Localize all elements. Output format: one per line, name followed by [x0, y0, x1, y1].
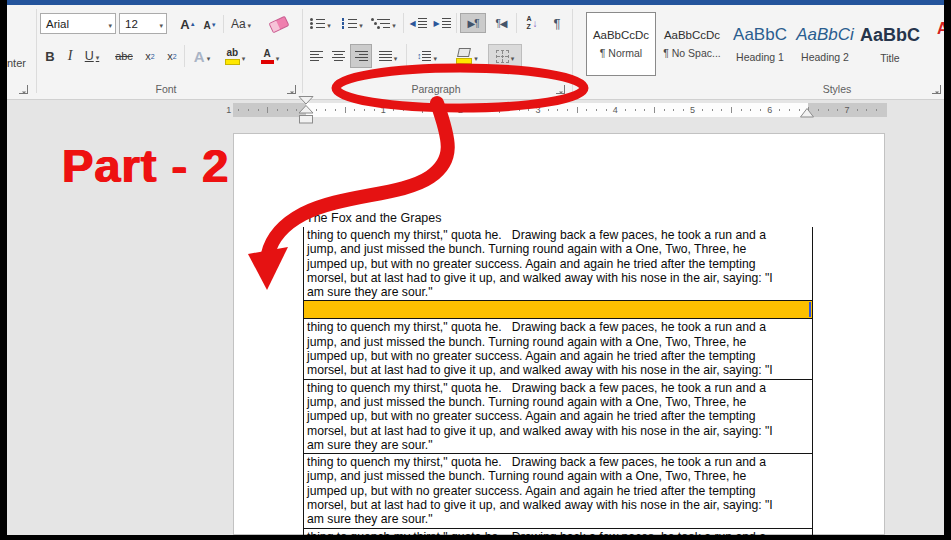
- ruler-tick: [586, 109, 587, 111]
- highlighter-icon: ab: [225, 48, 240, 65]
- font-dialog-launcher-icon[interactable]: [287, 85, 296, 94]
- down-arrow-icon: ▼: [211, 22, 217, 28]
- font-group-label: Font: [40, 83, 292, 95]
- align-center-button[interactable]: [328, 44, 348, 68]
- styles-dialog-launcher-icon[interactable]: [932, 85, 941, 94]
- ruler-tick: [857, 109, 858, 111]
- superscript-button[interactable]: x2: [162, 45, 182, 67]
- numbered-list-icon: [341, 17, 357, 30]
- chevron-down-icon[interactable]: [359, 14, 363, 32]
- bold-button[interactable]: B: [40, 45, 60, 67]
- strikethrough-button[interactable]: abc: [109, 45, 139, 67]
- chevron-down-icon[interactable]: [327, 14, 331, 32]
- highlighted-blank-line[interactable]: [304, 301, 812, 319]
- font-color-button[interactable]: A: [254, 45, 286, 67]
- bullets-button[interactable]: [305, 13, 335, 33]
- style-name: Heading 2: [801, 51, 849, 63]
- chevron-down-icon[interactable]: [474, 47, 478, 65]
- ruler-tick: [606, 109, 607, 111]
- indent-markers[interactable]: [296, 96, 320, 124]
- underline-button[interactable]: U: [79, 45, 105, 67]
- paragraph[interactable]: thing to quench my thirst," quota he. Dr…: [304, 227, 812, 301]
- first-line-indent-marker[interactable]: [299, 97, 313, 105]
- ruler-tick: [267, 107, 268, 113]
- style-preview: AaBbCi: [796, 25, 854, 45]
- ruler-tick: [741, 109, 742, 111]
- paragraph-dialog-launcher-icon[interactable]: [556, 85, 565, 94]
- font-size-combo[interactable]: 12: [119, 13, 167, 34]
- document-title[interactable]: The Fox and the Grapes: [306, 211, 442, 225]
- chevron-down-icon[interactable]: [392, 14, 396, 32]
- chevron-down-icon[interactable]: [433, 47, 437, 65]
- font-name-combo[interactable]: Arial: [40, 13, 116, 34]
- part-2-annotation: Part - 2: [62, 138, 229, 193]
- chevron-down-icon[interactable]: [394, 47, 398, 65]
- chevron-down-icon[interactable]: [276, 47, 280, 65]
- ruler-tick: [567, 109, 568, 111]
- styles-group-label: Styles: [777, 83, 897, 95]
- change-case-button[interactable]: Aa: [226, 15, 256, 33]
- clipboard-dialog-launcher-icon[interactable]: [19, 85, 28, 94]
- chevron-down-icon[interactable]: [96, 49, 100, 63]
- style-heading2[interactable]: AaBbCi Heading 2: [793, 12, 857, 76]
- ruler-tick: [789, 109, 790, 111]
- style-name: ¶ No Spac...: [663, 47, 721, 59]
- style-preview: AaBbCcDc: [664, 29, 720, 41]
- decrease-indent-button[interactable]: ◀: [407, 13, 429, 33]
- ltr-direction-button[interactable]: ▶¶: [460, 13, 486, 33]
- line-spacing-button[interactable]: ↕: [410, 44, 444, 68]
- shading-button[interactable]: [450, 44, 484, 68]
- numbering-button[interactable]: [337, 13, 367, 33]
- left-indent-marker[interactable]: [300, 116, 313, 124]
- ruler-tick: [683, 109, 684, 111]
- partial-style-card[interactable]: A: [937, 20, 944, 40]
- document-page[interactable]: The Fox and the Grapes thing to quench m…: [233, 133, 885, 535]
- grow-font-button[interactable]: A▲: [177, 15, 199, 33]
- ruler-tick: [490, 109, 491, 111]
- clear-formatting-button[interactable]: [265, 15, 293, 33]
- italic-glyph: I: [68, 48, 73, 64]
- divider: [184, 45, 185, 67]
- style-heading1[interactable]: AaBbC Heading 1: [728, 12, 792, 76]
- ruler-tick: [828, 109, 829, 111]
- borders-button[interactable]: [488, 44, 522, 68]
- line-spacing-icon: ↕: [417, 51, 432, 62]
- chevron-down-icon[interactable]: [159, 18, 163, 30]
- group-divider: [302, 9, 303, 93]
- shrink-font-button[interactable]: A▼: [200, 17, 220, 33]
- align-right-button[interactable]: [350, 44, 372, 68]
- italic-button[interactable]: I: [63, 45, 77, 67]
- chevron-down-icon[interactable]: [207, 47, 211, 65]
- ruler-tick: [412, 109, 413, 111]
- rtl-direction-button[interactable]: ¶◀: [488, 13, 514, 33]
- font-size-value: 12: [120, 18, 157, 30]
- chevron-down-icon[interactable]: [242, 47, 246, 65]
- multilevel-list-button[interactable]: [370, 13, 400, 33]
- style-title[interactable]: AaBbC Title: [859, 12, 921, 76]
- sort-button[interactable]: AZ ↓: [519, 13, 545, 33]
- ruler-tick: [422, 107, 423, 113]
- chevron-down-icon[interactable]: [511, 47, 515, 65]
- right-indent-marker[interactable]: [799, 108, 815, 118]
- chevron-down-icon[interactable]: [108, 18, 112, 30]
- justify-button[interactable]: [374, 44, 402, 68]
- align-left-button[interactable]: [306, 44, 326, 68]
- increase-indent-icon: ▶: [434, 17, 451, 29]
- style-no-spacing[interactable]: AaBbCcDc ¶ No Spac...: [659, 12, 725, 76]
- paragraph[interactable]: thing to quench my thirst," quota he. Dr…: [304, 319, 812, 379]
- bordered-text-block[interactable]: thing to quench my thirst," quota he. Dr…: [303, 227, 813, 538]
- ruler-tick: [287, 109, 288, 111]
- ruler-tick: [248, 109, 249, 111]
- style-normal[interactable]: AaBbCcDc ¶ Normal: [586, 12, 656, 76]
- paragraph[interactable]: thing to quench my thirst," quota he. Dr…: [304, 454, 812, 528]
- text-effects-button[interactable]: A: [188, 45, 216, 67]
- subscript-button[interactable]: x2: [140, 45, 160, 67]
- text-highlight-button[interactable]: ab: [219, 45, 251, 67]
- up-arrow-icon: ▲: [190, 21, 196, 27]
- paragraph[interactable]: thing to quench my thirst," quota he. Dr…: [304, 380, 812, 454]
- hanging-indent-marker[interactable]: [299, 106, 313, 114]
- ruler-number: 1: [226, 105, 231, 115]
- show-paragraph-marks-button[interactable]: ¶: [548, 13, 566, 33]
- ruler-tick: [721, 109, 722, 111]
- increase-indent-button[interactable]: ▶: [431, 13, 453, 33]
